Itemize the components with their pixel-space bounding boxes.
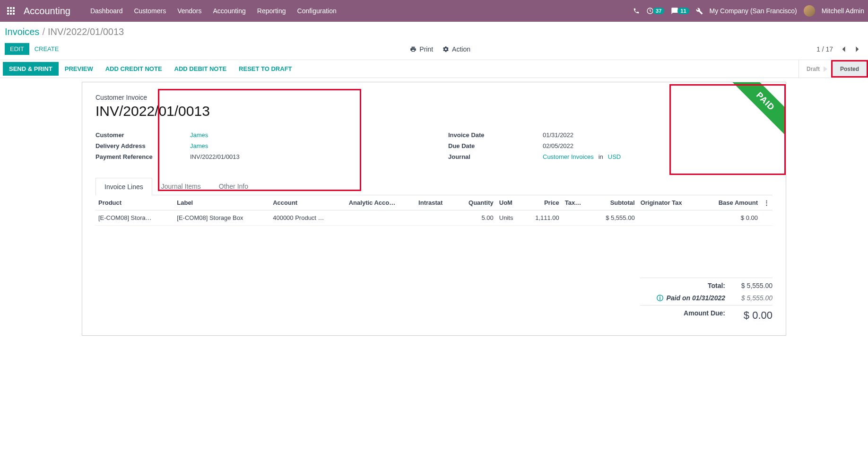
total-value: $ 5,555.00 [725, 282, 773, 289]
cell-tax [562, 210, 591, 226]
pager-count: 1 / 17 [816, 45, 833, 53]
activity-badge: 37 [653, 8, 664, 14]
messages-icon[interactable]: 11 [671, 7, 689, 15]
th-uom[interactable]: UoM [496, 195, 523, 210]
send-print-button[interactable]: Send & Print [3, 62, 59, 76]
company-selector[interactable]: My Company (San Francisco) [710, 7, 797, 15]
state-draft[interactable]: Draft [799, 60, 831, 78]
journal-in: in [599, 153, 603, 160]
th-quantity[interactable]: Quantity [455, 195, 496, 210]
duedate-label: Due Date [448, 142, 543, 149]
tab-other-info[interactable]: Other Info [210, 177, 257, 195]
invoice-lines-table: Product Label Account Analytic Acco… Int… [95, 195, 773, 226]
th-intrastat[interactable]: Intrastat [416, 195, 455, 210]
user-avatar[interactable] [804, 5, 815, 17]
th-product[interactable]: Product [95, 195, 174, 210]
menu-configuration[interactable]: Configuration [292, 7, 342, 15]
state-posted[interactable]: Posted [831, 60, 868, 78]
control-bar: Edit Create Print Action 1 / 17 [0, 41, 868, 60]
top-navbar: Accounting Dashboard Customers Vendors A… [0, 0, 868, 22]
menu-vendors[interactable]: Vendors [172, 7, 207, 15]
add-credit-note-button[interactable]: Add Credit Note [99, 62, 168, 76]
th-analytic[interactable]: Analytic Acco… [346, 195, 416, 210]
tab-invoice-lines[interactable]: Invoice Lines [95, 178, 152, 195]
invdate-value: 01/31/2022 [543, 131, 573, 139]
action-label: Action [452, 45, 470, 53]
print-label: Print [419, 45, 433, 53]
activity-icon[interactable]: 37 [646, 7, 664, 15]
th-base[interactable]: Base Amount [701, 195, 761, 210]
delivery-label: Delivery Address [95, 142, 190, 149]
pager: 1 / 17 [816, 44, 863, 55]
create-button[interactable]: Create [29, 43, 64, 55]
tabs: Invoice Lines Journal Items Other Info [95, 177, 773, 195]
messages-badge: 11 [677, 8, 689, 14]
tools-icon[interactable] [696, 8, 703, 15]
th-originator[interactable]: Originator Tax [638, 195, 701, 210]
user-name[interactable]: Mitchell Admin [822, 7, 864, 15]
phone-icon[interactable] [633, 8, 640, 14]
menu-accounting[interactable]: Accounting [208, 7, 252, 15]
status-bar: Send & Print Preview Add Credit Note Add… [0, 60, 868, 78]
currency-value[interactable]: USD [608, 153, 621, 160]
breadcrumb-root[interactable]: Invoices [5, 26, 39, 37]
delivery-value[interactable]: James [190, 142, 208, 149]
edit-button[interactable]: Edit [5, 43, 29, 55]
form-sheet: PAID Customer Invoice INV/2022/01/0013 C… [82, 82, 786, 336]
customer-label: Customer [95, 131, 190, 139]
app-title[interactable]: Accounting [24, 6, 70, 17]
reset-draft-button[interactable]: Reset to Draft [233, 62, 298, 76]
print-button[interactable]: Print [410, 45, 433, 53]
cell-base: $ 0.00 [701, 210, 761, 226]
payref-label: Payment Reference [95, 153, 190, 160]
invdate-label: Invoice Date [448, 131, 543, 139]
th-label[interactable]: Label [174, 195, 270, 210]
th-tax[interactable]: Tax… [562, 195, 591, 210]
customer-value[interactable]: James [190, 131, 208, 139]
payref-value: INV/2022/01/0013 [190, 153, 240, 160]
cell-quantity: 5.00 [455, 210, 496, 226]
cell-account: 400000 Product … [270, 210, 346, 226]
breadcrumb-separator: / [42, 26, 45, 37]
state-draft-label: Draft [807, 66, 820, 72]
cell-intrastat [416, 210, 455, 226]
total-label: Total: [640, 282, 725, 289]
amount-due-value: $ 0.00 [725, 309, 773, 322]
th-account[interactable]: Account [270, 195, 346, 210]
state-posted-label: Posted [840, 66, 859, 72]
duedate-value: 02/05/2022 [543, 142, 573, 149]
add-debit-note-button[interactable]: Add Debit Note [168, 62, 233, 76]
cell-label: [E-COM08] Storage Box [174, 210, 270, 226]
table-row[interactable]: [E-COM08] Stora… [E-COM08] Storage Box 4… [95, 210, 773, 226]
cell-subtotal: $ 5,555.00 [591, 210, 638, 226]
cell-originator [638, 210, 701, 226]
main-menu: Dashboard Customers Vendors Accounting R… [85, 7, 342, 15]
journal-label: Journal [448, 153, 543, 160]
column-menu-icon[interactable]: ⋮ [761, 195, 773, 210]
paid-on-label: Paid on 01/31/2022 [666, 294, 725, 302]
menu-reporting[interactable]: Reporting [252, 7, 292, 15]
invoice-number: INV/2022/01/0013 [95, 103, 773, 119]
menu-customers[interactable]: Customers [128, 7, 172, 15]
cell-menu [761, 210, 773, 226]
totals-block: Total: $ 5,555.00 ⓘPaid on 01/31/2022 $ … [640, 278, 773, 324]
cell-analytic [346, 210, 416, 226]
pager-prev-icon[interactable] [838, 44, 849, 55]
amount-due-label: Amount Due: [640, 309, 725, 322]
th-price[interactable]: Price [522, 195, 562, 210]
breadcrumb: Invoices / INV/2022/01/0013 [0, 22, 868, 41]
menu-dashboard[interactable]: Dashboard [85, 7, 129, 15]
breadcrumb-current: INV/2022/01/0013 [48, 26, 124, 37]
pager-next-icon[interactable] [852, 44, 863, 55]
invoice-type-label: Customer Invoice [95, 94, 773, 101]
info-icon[interactable]: ⓘ [657, 294, 663, 302]
tab-journal-items[interactable]: Journal Items [152, 177, 210, 195]
cell-product: [E-COM08] Stora… [95, 210, 174, 226]
th-subtotal[interactable]: Subtotal [591, 195, 638, 210]
cell-price: 1,111.00 [522, 210, 562, 226]
journal-value[interactable]: Customer Invoices [543, 153, 594, 160]
action-button[interactable]: Action [443, 45, 470, 53]
preview-button[interactable]: Preview [59, 62, 99, 76]
cell-uom: Units [496, 210, 523, 226]
apps-icon[interactable] [4, 4, 18, 18]
